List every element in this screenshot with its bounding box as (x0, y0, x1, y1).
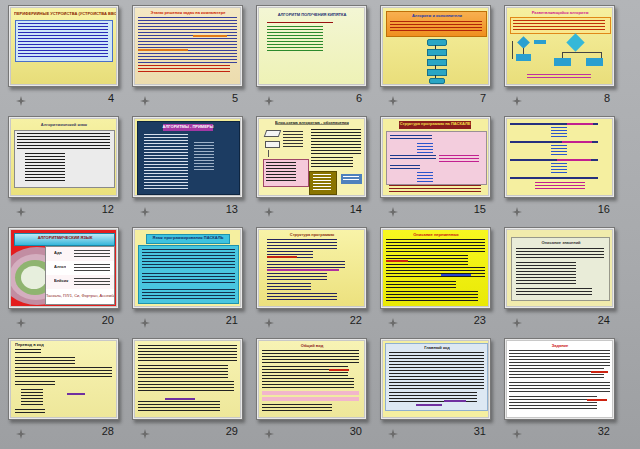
transition-icon[interactable] (388, 203, 398, 213)
slide-24-thumbnail[interactable]: Описание значений (504, 227, 615, 309)
transition-icon[interactable] (512, 314, 522, 324)
flowchart-decision (517, 36, 530, 49)
transition-icon[interactable] (388, 92, 398, 102)
code-lines (267, 293, 337, 301)
transition-icon[interactable] (16, 203, 26, 213)
text-lines (386, 239, 485, 253)
text-lines (138, 65, 230, 73)
transition-icon[interactable] (264, 203, 274, 213)
code-lines (551, 145, 567, 155)
slide-15-canvas: Структура программы на ПАСКАЛЕ (383, 119, 488, 195)
slide-8-thumbnail[interactable]: Разветвляющийся алгоритм (504, 5, 615, 87)
slide-number: 6 (356, 92, 362, 104)
text-lines (262, 404, 332, 413)
slide-5-canvas: Этапы решения задач на компьютере (135, 8, 240, 84)
code-tree-lines (25, 153, 65, 183)
slide-6-thumbnail[interactable]: АЛГОРИТМ ПОЛУЧЕНИЯ КИПЯТКА (256, 5, 367, 87)
transition-icon[interactable] (264, 425, 274, 435)
olive-code-box (309, 171, 337, 195)
slide-32-canvas: Задание (507, 341, 612, 417)
slide-12-thumbnail[interactable]: Алгоритмический язык (8, 116, 119, 198)
slide-cell-7: Алгоритм и исполнители 7 (379, 4, 503, 115)
transition-icon[interactable] (512, 92, 522, 102)
transition-icon[interactable] (140, 314, 150, 324)
content-box: Описание значений (511, 237, 610, 301)
code-lines (516, 262, 576, 284)
link-fragment (165, 398, 195, 400)
text-lines (138, 365, 228, 379)
text-lines (386, 291, 478, 301)
slide-cell-32: Задание 32 (503, 337, 627, 448)
transition-icon[interactable] (512, 425, 522, 435)
slide-title: Структура программы на ПАСКАЛЕ (385, 121, 485, 126)
pink-content-box (386, 131, 487, 185)
slide-title: Общий вид (262, 343, 362, 348)
transition-icon[interactable] (140, 92, 150, 102)
table-row: Алгол (46, 261, 114, 276)
slide-23-thumbnail[interactable]: Описание переменных (380, 227, 491, 309)
text-lines (15, 357, 75, 365)
title-banner: АЛГОРИТМИЧЕСКИЙ ЯЗЫК (14, 233, 115, 246)
transition-icon[interactable] (16, 314, 26, 324)
text-lines (142, 289, 235, 301)
slide-16-thumbnail[interactable] (504, 116, 615, 198)
flowchart-bracket-symbol (268, 150, 269, 157)
slide-28-thumbnail[interactable]: Перевод в код (8, 338, 119, 420)
text-lines (390, 165, 420, 171)
text-lines (311, 129, 361, 155)
slide-cell-20: АЛГОРИТМИЧЕСКИЙ ЯЗЫК Ада Алгол (7, 226, 131, 337)
slide-title: Описание значений (511, 240, 611, 245)
slide-32-thumbnail[interactable]: Задание (504, 338, 615, 420)
slide-title: Блок-схема алгоритма - обозначения (262, 120, 362, 125)
code-lines (267, 273, 327, 281)
venn-ellipse-inner (21, 266, 47, 289)
slide-cell-15: Структура программы на ПАСКАЛЕ 15 (379, 115, 503, 226)
transition-icon[interactable] (140, 203, 150, 213)
transition-icon[interactable] (512, 203, 522, 213)
content-box (14, 130, 115, 188)
cyan-content-box (138, 245, 239, 304)
slide-29-thumbnail[interactable] (132, 338, 243, 420)
slide-7-thumbnail[interactable]: Алгоритм и исполнители (380, 5, 491, 87)
slide-number: 23 (474, 314, 486, 326)
transition-icon[interactable] (16, 92, 26, 102)
slide-20-thumbnail[interactable]: АЛГОРИТМИЧЕСКИЙ ЯЗЫК Ада Алгол (8, 227, 119, 309)
slide-4-thumbnail[interactable]: ПЕРИФЕРИЙНЫЕ УСТРОЙСТВА (УСТРОЙСТВА ВВОД… (8, 5, 119, 87)
slide-22-thumbnail[interactable]: Структура программы (256, 227, 367, 309)
slide-cell-23: Описание переменных 23 (379, 226, 503, 337)
transition-icon[interactable] (16, 425, 26, 435)
text-lines (267, 26, 323, 52)
divider-line (267, 22, 333, 23)
link-fragment (441, 274, 471, 276)
slide-15-thumbnail[interactable]: Структура программы на ПАСКАЛЕ (380, 116, 491, 198)
code-lines (551, 127, 567, 137)
transition-icon[interactable] (264, 314, 274, 324)
slide-number: 4 (108, 92, 114, 104)
transition-icon[interactable] (388, 314, 398, 324)
slide-13-canvas: АЛГОРИТМЫ - ПРИМЕРЫ (135, 119, 240, 195)
flowchart-node (554, 58, 571, 66)
code-fragment (386, 260, 408, 262)
slide-cell-31: Главный код 31 (379, 337, 503, 448)
code-lines (267, 283, 311, 291)
text-lines (15, 381, 55, 387)
slide-16-canvas (507, 119, 612, 195)
slide-30-thumbnail[interactable]: Общий вид (256, 338, 367, 420)
slide-cell-22: Структура программы 22 (255, 226, 379, 337)
text-lines (386, 281, 456, 289)
slide-21-thumbnail[interactable]: Язык программирования ПАСКАЛЬ (132, 227, 243, 309)
transition-icon[interactable] (264, 92, 274, 102)
slide-title: Алгоритмический язык (14, 122, 114, 127)
code-lines (194, 142, 214, 172)
link-fragment (416, 404, 442, 406)
code-panel: АЛГОРИТМЫ - ПРИМЕРЫ (137, 121, 240, 195)
transition-icon[interactable] (388, 425, 398, 435)
note-lines (343, 176, 359, 182)
slide-31-thumbnail[interactable]: Главный код (380, 338, 491, 420)
slide-14-thumbnail[interactable]: Блок-схема алгоритма - обозначения (256, 116, 367, 198)
slide-5-thumbnail[interactable]: Этапы решения задач на компьютере (132, 5, 243, 87)
transition-icon[interactable] (140, 425, 150, 435)
text-lines (516, 288, 592, 296)
slide-13-thumbnail[interactable]: АЛГОРИТМЫ - ПРИМЕРЫ (132, 116, 243, 198)
slide-title: Этапы решения задач на компьютере (138, 10, 238, 15)
